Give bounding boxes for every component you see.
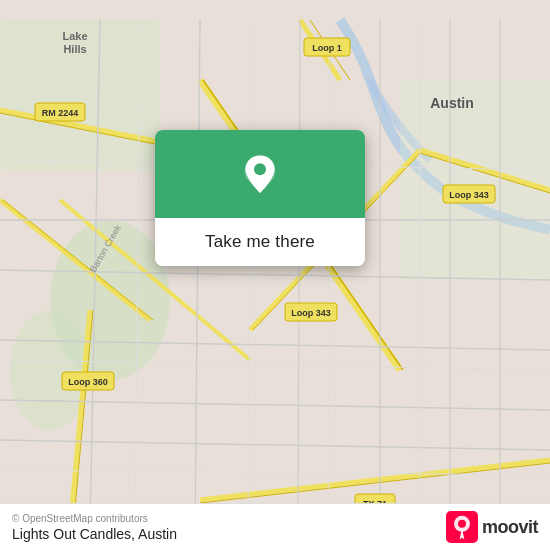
svg-text:Loop 360: Loop 360 [68,377,108,387]
moovit-logo[interactable]: moovit [446,511,538,543]
svg-text:Loop 343: Loop 343 [449,190,489,200]
svg-text:Loop 343: Loop 343 [291,308,331,318]
svg-text:RM 2244: RM 2244 [42,108,79,118]
svg-point-61 [458,520,466,528]
map-svg: Loop 1 RM 2244 Loop 343 Loop 343 Loop 36… [0,0,550,550]
svg-rect-4 [400,80,550,280]
location-pin-icon [236,152,284,200]
take-me-there-button[interactable]: Take me there [155,218,365,266]
svg-point-58 [254,163,266,175]
map-container: Loop 1 RM 2244 Loop 343 Loop 343 Loop 36… [0,0,550,550]
svg-text:Lake: Lake [62,30,87,42]
svg-text:Austin: Austin [430,95,474,111]
popup-card: Take me there [155,130,365,266]
svg-text:Loop 1: Loop 1 [312,43,342,53]
svg-text:Hills: Hills [63,43,86,55]
bottom-bar: © OpenStreetMap contributors Lights Out … [0,503,550,550]
popup-icon-area [155,130,365,218]
moovit-text: moovit [482,517,538,538]
location-name: Lights Out Candles, Austin [12,526,177,542]
bottom-left: © OpenStreetMap contributors Lights Out … [12,513,177,542]
moovit-icon [446,511,478,543]
svg-point-3 [10,310,90,430]
attribution-text: © OpenStreetMap contributors [12,513,177,524]
